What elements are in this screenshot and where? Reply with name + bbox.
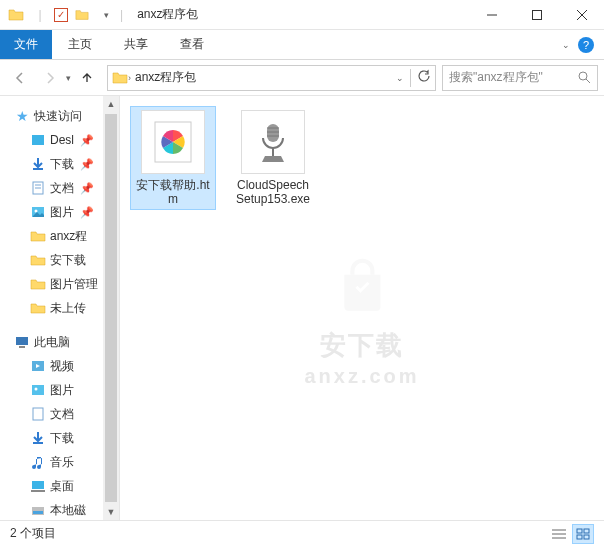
tree-item-icon: [30, 430, 46, 446]
sidebar-item[interactable]: 音乐: [0, 450, 119, 474]
svg-rect-24: [33, 511, 43, 514]
window-controls: [469, 0, 604, 29]
tree-item-icon: [30, 156, 46, 172]
sidebar-item[interactable]: anxz程: [0, 224, 119, 248]
file-tab[interactable]: 文件: [0, 30, 52, 59]
tree-item-icon: [30, 180, 46, 196]
sidebar-item[interactable]: 下载📌: [0, 152, 119, 176]
sidebar-item[interactable]: 文档📌: [0, 176, 119, 200]
tree-item-icon: [30, 300, 46, 316]
svg-rect-13: [16, 337, 28, 345]
tab-view[interactable]: 查看: [164, 30, 220, 59]
sidebar-item[interactable]: ★快速访问: [0, 104, 119, 128]
tree-item-label: Desl: [50, 133, 74, 147]
file-thumbnail: [241, 110, 305, 174]
tree-item-icon: [30, 204, 46, 220]
sidebar-item[interactable]: Desl📌: [0, 128, 119, 152]
search-icon: [578, 71, 591, 84]
maximize-button[interactable]: [514, 0, 559, 29]
minimize-button[interactable]: [469, 0, 514, 29]
tree-item-icon: [30, 454, 46, 470]
svg-rect-14: [19, 346, 25, 348]
sidebar-item[interactable]: 桌面: [0, 474, 119, 498]
pin-icon: 📌: [80, 182, 94, 195]
tree-item-icon: [30, 478, 46, 494]
sidebar-item[interactable]: 未上传: [0, 296, 119, 320]
watermark-text: 安下载: [304, 328, 419, 363]
tab-share[interactable]: 共享: [108, 30, 164, 59]
watermark-url: anxz.com: [304, 365, 419, 388]
address-bar[interactable]: › anxz程序包 ⌄: [107, 65, 436, 91]
svg-rect-36: [577, 535, 582, 539]
svg-rect-37: [584, 535, 589, 539]
tree-item-label: 本地磁: [50, 502, 86, 519]
svg-rect-1: [532, 10, 541, 19]
details-view-button[interactable]: [548, 524, 570, 544]
svg-rect-17: [32, 385, 44, 395]
scroll-down-icon[interactable]: ▼: [103, 504, 119, 520]
navbar: ▾ › anxz程序包 ⌄ 搜索"anxz程序包": [0, 60, 604, 96]
close-button[interactable]: [559, 0, 604, 29]
tree-item-label: 下载: [50, 430, 74, 447]
pin-icon: 📌: [80, 206, 94, 219]
history-dropdown-icon[interactable]: ▾: [66, 73, 71, 83]
sidebar-item[interactable]: 视频: [0, 354, 119, 378]
tree-item-label: 图片: [50, 382, 74, 399]
address-dropdown-icon[interactable]: ⌄: [396, 73, 404, 83]
sidebar-item[interactable]: 图片: [0, 378, 119, 402]
refresh-icon[interactable]: [417, 69, 431, 86]
tab-home[interactable]: 主页: [52, 30, 108, 59]
checkbox-icon[interactable]: ✓: [54, 8, 68, 22]
sidebar-item[interactable]: 图片管理: [0, 272, 119, 296]
search-input[interactable]: 搜索"anxz程序包": [442, 65, 598, 91]
sidebar-item[interactable]: 此电脑: [0, 330, 119, 354]
help-icon[interactable]: ?: [578, 37, 594, 53]
tree-item-label: 安下载: [50, 252, 86, 269]
body: ★快速访问Desl📌下载📌文档📌图片📌anxz程安下载图片管理未上传此电脑视频图…: [0, 96, 604, 520]
file-name: 安下载帮助.htm: [134, 178, 212, 206]
file-grid: 安下载帮助.htmCloudSpeechSetup153.exe: [130, 106, 316, 210]
icons-view-button[interactable]: [572, 524, 594, 544]
file-item[interactable]: 安下载帮助.htm: [130, 106, 216, 210]
tree-item-label: 未上传: [50, 300, 86, 317]
sidebar-item[interactable]: 安下载: [0, 248, 119, 272]
sidebar-item[interactable]: 本地磁: [0, 498, 119, 520]
ribbon: 文件 主页 共享 查看 ⌄ ?: [0, 30, 604, 60]
up-button[interactable]: [73, 64, 101, 92]
file-name: CloudSpeechSetup153.exe: [234, 178, 312, 206]
forward-button[interactable]: [36, 64, 64, 92]
svg-rect-21: [32, 481, 44, 489]
sidebar-item[interactable]: 图片📌: [0, 200, 119, 224]
sidebar: ★快速访问Desl📌下载📌文档📌图片📌anxz程安下载图片管理未上传此电脑视频图…: [0, 96, 120, 520]
scroll-up-icon[interactable]: ▲: [103, 96, 119, 112]
watermark: 安下载 anxz.com: [304, 255, 419, 388]
svg-rect-35: [584, 529, 589, 533]
tree-item-label: anxz程: [50, 228, 87, 245]
back-button[interactable]: [6, 64, 34, 92]
window-title: anxz程序包: [129, 6, 469, 23]
svg-point-18: [35, 388, 38, 391]
tree-item-icon: [14, 334, 30, 350]
sidebar-scrollbar[interactable]: ▲ ▼: [103, 96, 119, 520]
svg-rect-26: [267, 124, 279, 142]
svg-rect-34: [577, 529, 582, 533]
tree-item-label: 文档: [50, 406, 74, 423]
tree-item-icon: [30, 252, 46, 268]
statusbar: 2 个项目: [0, 520, 604, 546]
tree-item-icon: [30, 382, 46, 398]
svg-rect-22: [31, 490, 45, 492]
qat-dropdown-icon[interactable]: ▾: [96, 5, 116, 25]
sidebar-item[interactable]: 下载: [0, 426, 119, 450]
svg-point-4: [579, 72, 587, 80]
folder-icon: [112, 70, 128, 86]
sidebar-item[interactable]: 文档: [0, 402, 119, 426]
file-item[interactable]: CloudSpeechSetup153.exe: [230, 106, 316, 210]
content-pane[interactable]: 安下载 anxz.com 安下载帮助.htmCloudSpeechSetup15…: [120, 96, 604, 520]
tree-item-icon: [30, 276, 46, 292]
ribbon-expand-icon[interactable]: ⌄: [562, 40, 570, 50]
tree-item-label: 此电脑: [34, 334, 70, 351]
item-count: 2 个项目: [10, 525, 56, 542]
scroll-thumb[interactable]: [105, 114, 117, 502]
address-text: anxz程序包: [131, 69, 396, 86]
file-thumbnail: [141, 110, 205, 174]
